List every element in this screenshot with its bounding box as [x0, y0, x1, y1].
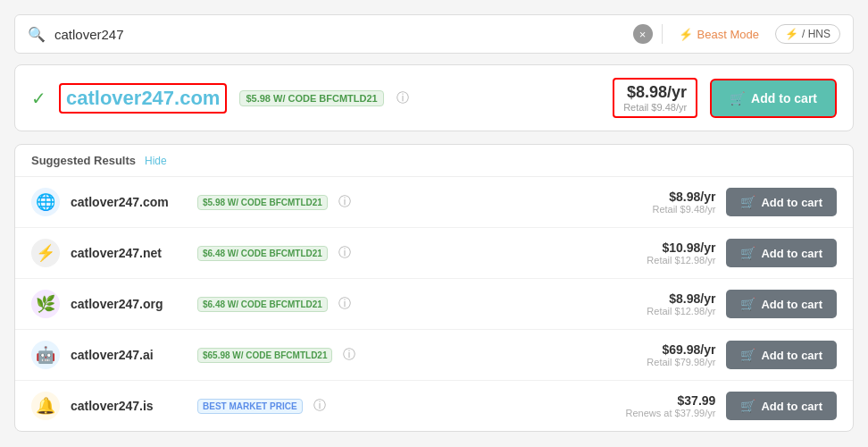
- featured-price-section: $8.98/yr Retail $9.48/yr: [613, 78, 697, 118]
- domain-name: catlover247.ai: [71, 348, 187, 362]
- domain-price: $8.98/yr: [635, 291, 715, 306]
- featured-badge: $5.98 W/ CODE BFCMTLD21: [239, 90, 383, 106]
- domain-name: catlover247.is: [71, 399, 187, 413]
- domain-price: $37.99: [625, 393, 715, 408]
- domain-badge: $5.98 W/ CODE BFCMTLD21: [197, 195, 328, 210]
- domain-retail: Retail $12.98/yr: [635, 255, 715, 266]
- domain-icon-globe: 🌐: [31, 188, 60, 216]
- cart-icon: 🛒: [740, 246, 755, 260]
- domain-badge: $6.48 W/ CODE BFCMTLD21: [197, 246, 328, 261]
- domain-badge: $65.98 W/ CODE BFCMTLD21: [197, 348, 332, 363]
- beast-mode-button[interactable]: ⚡ Beast Mode: [672, 28, 766, 41]
- domain-row: 🌐 catlover247.com $5.98 W/ CODE BFCMTLD2…: [15, 177, 853, 228]
- domain-retail: Renews at $37.99/yr: [625, 408, 715, 418]
- search-icon: 🔍: [28, 26, 46, 43]
- domain-info-icon[interactable]: ⓘ: [338, 296, 351, 312]
- domain-icon-ai: 🤖: [31, 341, 60, 369]
- domain-badge: BEST MARKET PRICE: [197, 399, 303, 414]
- search-clear-button[interactable]: ×: [633, 24, 653, 44]
- hide-button[interactable]: Hide: [145, 155, 167, 167]
- search-bar: 🔍 × ⚡ Beast Mode ⚡ / HNS: [14, 14, 854, 54]
- domain-row: 🔔 catlover247.is BEST MARKET PRICE ⓘ $37…: [15, 381, 853, 431]
- beast-icon: ⚡: [679, 28, 693, 41]
- domain-info-icon[interactable]: ⓘ: [338, 245, 351, 261]
- domain-icon-net: ⚡: [31, 239, 60, 267]
- featured-add-to-cart-button[interactable]: 🛒 Add to cart: [710, 79, 837, 118]
- featured-retail: Retail $9.48/yr: [623, 102, 687, 113]
- beast-mode-label: Beast Mode: [697, 28, 759, 41]
- add-to-cart-button[interactable]: 🛒 Add to cart: [726, 341, 837, 369]
- search-input[interactable]: [54, 27, 624, 42]
- add-to-cart-button[interactable]: 🛒 Add to cart: [726, 392, 837, 420]
- domain-icon-org: 🌿: [31, 290, 60, 318]
- domain-price-col: $37.99 Renews at $37.99/yr: [625, 393, 715, 418]
- suggested-header: Suggested Results Hide: [15, 145, 853, 177]
- cart-icon: 🛒: [740, 399, 755, 413]
- featured-info-icon[interactable]: ⓘ: [396, 90, 409, 106]
- domain-row: 🤖 catlover247.ai $65.98 W/ CODE BFCMTLD2…: [15, 330, 853, 381]
- domain-price-col: $8.98/yr Retail $12.98/yr: [635, 291, 715, 316]
- domain-name: catlover247.net: [71, 246, 187, 260]
- suggested-section: Suggested Results Hide 🌐 catlover247.com…: [14, 144, 854, 432]
- suggested-title: Suggested Results: [31, 154, 136, 167]
- hns-label: / HNS: [802, 28, 830, 40]
- cart-icon: 🛒: [740, 297, 755, 311]
- domain-info-icon[interactable]: ⓘ: [343, 347, 355, 363]
- domain-badge: $6.48 W/ CODE BFCMTLD21: [197, 297, 328, 312]
- check-icon: ✓: [31, 88, 46, 109]
- domain-price-col: $10.98/yr Retail $12.98/yr: [635, 240, 715, 266]
- cart-icon: 🛒: [730, 91, 745, 105]
- domain-retail: Retail $12.98/yr: [635, 306, 715, 316]
- domain-name: catlover247.org: [71, 297, 187, 311]
- domain-info-icon[interactable]: ⓘ: [338, 194, 351, 210]
- cart-icon: 🛒: [740, 195, 755, 209]
- add-to-cart-button[interactable]: 🛒 Add to cart: [726, 290, 837, 318]
- hns-icon: ⚡: [785, 28, 798, 40]
- cart-icon: 🛒: [740, 348, 755, 362]
- hns-button[interactable]: ⚡ / HNS: [775, 24, 840, 44]
- domain-price-col: $69.98/yr Retail $79.98/yr: [635, 342, 715, 367]
- domain-price-col: $8.98/yr Retail $9.48/yr: [635, 190, 715, 215]
- domain-retail: Retail $79.98/yr: [635, 357, 715, 367]
- domain-row: ⚡ catlover247.net $6.48 W/ CODE BFCMTLD2…: [15, 228, 853, 279]
- featured-domain: catlover247.com: [59, 83, 227, 114]
- add-to-cart-button[interactable]: 🛒 Add to cart: [726, 188, 837, 216]
- domain-price: $69.98/yr: [635, 342, 715, 357]
- domain-price: $10.98/yr: [635, 240, 715, 255]
- divider: [662, 24, 663, 44]
- domain-icon-is: 🔔: [31, 392, 60, 420]
- featured-result: ✓ catlover247.com $5.98 W/ CODE BFCMTLD2…: [14, 64, 854, 131]
- domain-info-icon[interactable]: ⓘ: [313, 398, 326, 414]
- add-to-cart-button[interactable]: 🛒 Add to cart: [726, 239, 837, 267]
- domain-price: $8.98/yr: [635, 190, 715, 204]
- domain-row: 🌿 catlover247.org $6.48 W/ CODE BFCMTLD2…: [15, 279, 853, 330]
- domain-name: catlover247.com: [71, 195, 187, 209]
- featured-price: $8.98/yr: [623, 83, 687, 102]
- domain-retail: Retail $9.48/yr: [635, 204, 715, 215]
